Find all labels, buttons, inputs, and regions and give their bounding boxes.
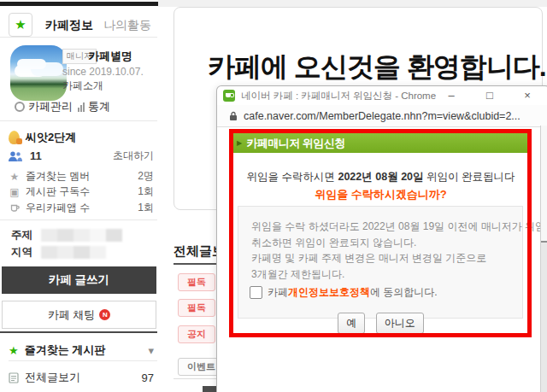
blurred-region-value [41,246,106,259]
divider [0,120,157,121]
divider [0,219,157,220]
all-posts-row[interactable]: 전체글보기 97 [9,370,154,385]
privacy-agree-checkbox[interactable] [250,286,262,299]
stats-bars-icon [78,102,85,112]
cup-icon [9,203,21,213]
notice-line: 카페명 및 카페 주제 변경은 매니저 변경일 기준으로 [251,250,522,266]
cafe-manage-label: 카페관리 [28,99,73,114]
post-tag-required[interactable]: 필독 [178,273,215,291]
cafe-stats-link[interactable]: 통계 [78,99,110,114]
section-divider [0,331,157,333]
cafe-level-row: 씨앗2단계 [9,130,76,145]
lock-icon [229,111,238,121]
privacy-agree-row: 카페 개인정보보호정책에 동의합니다. [250,285,438,300]
popup-url: cafe.naver.com/MemberDelegate.nhn?m=view… [244,110,521,122]
gear-icon [15,102,25,112]
privacy-policy-link[interactable]: 개인정보보호정책 [288,285,370,300]
stat-label: 즐겨찾는 멤버 [26,169,90,184]
post-row[interactable]: 필독 [178,299,215,317]
accept-suffix: 위임이 완료됩니다 [424,171,515,183]
stat-value: 1회 [138,184,154,199]
popup-window-title: 네이버 카페 : 카페매니저 위임신청 - Chrome [241,90,436,102]
blurred-topic-value [41,229,122,242]
topic-label: 주제 [11,228,32,243]
dialog-buttons: 예 아니오 [233,313,528,334]
cafe-intro-link[interactable]: 카페소개 [62,79,103,93]
cafe-since-date: since 2019.10.07. [62,66,144,78]
stat-board-subscriptions: ▣ 게시판 구독수 1회 [9,184,154,199]
notice-line: 취소하면 위임이 완료되지 않습니다. [251,235,522,251]
star-icon: ★ [15,17,26,32]
no-button[interactable]: 아니오 [376,313,424,334]
divider [9,360,157,361]
cafe-level-label: 씨앗2단계 [26,130,76,145]
star-icon: ★ [9,171,21,183]
screen: ★ 카페정보 나의활동 매니저 카페별명 since 2019.10.07. 카… [0,0,547,392]
post-tag-required[interactable]: 필독 [178,299,215,317]
cafe-write-button[interactable]: 카페 글쓰기 [2,266,156,294]
star-icon: ★ [9,344,19,357]
stat-favorite-members: ★ 즐겨찾는 멤버 2명 [9,169,154,184]
minimize-button[interactable]: – [444,89,458,102]
accept-info-line: 위임을 수락하시면 2022년 08월 20일 위임이 완료됩니다 [233,170,528,184]
sidebar-top-border [0,2,158,6]
accept-prefix: 위임을 수락하시면 [247,171,338,183]
stat-value: 2명 [138,169,154,184]
cafe-stats-label: 통계 [88,99,110,114]
board-icon: ▣ [9,186,21,198]
naver-cafe-icon [223,90,235,102]
region-row: 지역 [11,245,106,260]
members-row: 11 초대하기 [9,149,154,163]
page-top-strip [158,0,547,7]
stat-value: 1회 [138,201,154,215]
cafe-chat-label: 카페 채팅 [48,307,96,323]
cafe-profile-image[interactable] [10,45,67,101]
delegation-notice-box: 위임을 수락 하셨더라도 2022년 08월 19일 이전에 매니저가 위임을 … [238,206,523,319]
seed-level-icon [9,131,20,144]
maximize-button[interactable]: □ [483,89,497,102]
clipped-list-item [203,386,217,392]
post-row[interactable]: 필독 [178,273,215,291]
agree-suffix: 에 동의합니다. [370,285,438,300]
document-icon [9,372,19,383]
members-icon [9,151,22,161]
favorite-boards-row[interactable]: ★ 즐겨찾는 게시판 ▾ [9,342,154,358]
favorite-boards-label: 즐겨찾는 게시판 [25,342,106,358]
cafe-manage-link[interactable]: 카페관리 [15,99,73,114]
all-posts-label: 전체글보기 [25,370,80,385]
divider [0,37,157,38]
stat-cafe-app: 우리카페앱 수 1회 [9,201,154,215]
arrow-right-icon: ▶ [237,139,242,147]
cafe-chat-button[interactable]: 카페 채팅 N [2,301,156,329]
popup-title-bar[interactable]: 네이버 카페 : 카페매니저 위임신청 - Chrome [217,86,547,105]
welcome-title: 카페에 오신것을 환영합니다. [208,49,546,86]
notice-line: 위임을 수락 하셨더라도 2022년 08월 19일 이전에 매니저가 위임을 [251,219,522,235]
topic-row: 주제 [11,228,122,243]
tab-cafe-info[interactable]: 카페정보 [45,18,93,33]
region-label: 지역 [11,245,32,260]
invite-link[interactable]: 초대하기 [113,149,154,163]
scrollbar-thumb[interactable] [541,241,547,392]
cloud-decoration [17,59,46,69]
post-tag-notice[interactable]: 공지 [178,325,215,343]
tab-my-activity[interactable]: 나의활동 [103,18,151,33]
member-count: 11 [30,149,42,162]
close-button[interactable]: × [521,89,534,102]
all-posts-count: 97 [142,372,154,384]
cafe-favorite-star-button[interactable]: ★ [9,13,32,37]
stat-label: 우리카페앱 수 [26,201,90,215]
cafe-nickname: 카페별명 [88,49,132,64]
accept-date: 2022년 08월 20일 [338,171,423,183]
notice-line: 3개월간 제한됩니다. [251,266,522,283]
popup-url-bar[interactable]: cafe.naver.com/MemberDelegate.nhn?m=view… [217,105,547,127]
new-badge: N [99,309,110,320]
popup-scrollbar[interactable] [540,126,547,392]
chevron-down-icon[interactable]: ▾ [148,344,154,357]
agree-prefix: 카페 [268,285,288,300]
stat-label: 게시판 구독수 [26,184,90,199]
yes-button[interactable]: 예 [338,313,365,334]
delegation-header: ▶ 카페매니저 위임신청 [232,133,528,153]
accept-question: 위임을 수락하시겠습니까? [233,187,528,202]
delegation-header-title: 카페매니저 위임신청 [246,136,345,151]
post-row[interactable]: 공지 [178,325,215,343]
